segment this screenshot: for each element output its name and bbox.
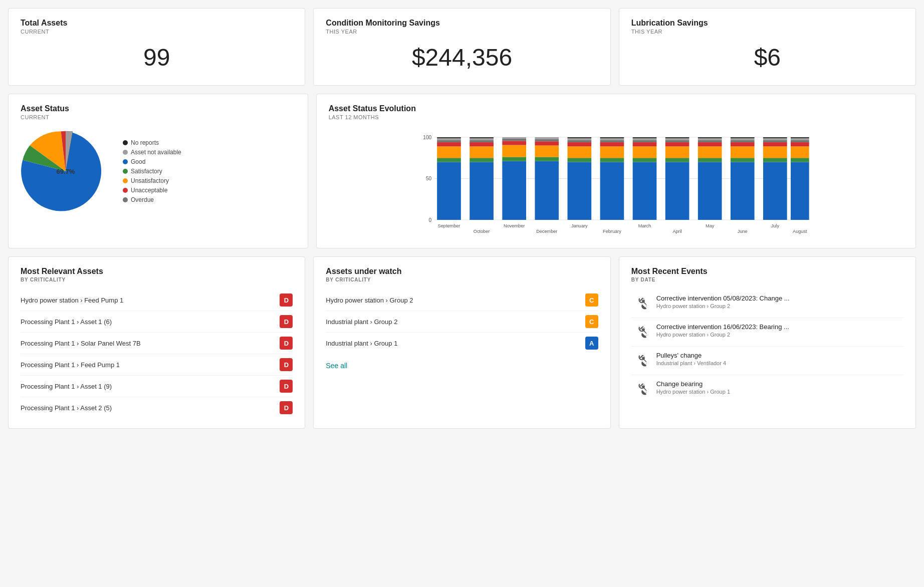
svg-rect-24 — [502, 145, 526, 157]
svg-rect-26 — [502, 139, 526, 141]
svg-text:June: June — [737, 229, 747, 234]
wrench-icon — [631, 380, 649, 398]
svg-rect-96 — [791, 140, 809, 143]
svg-rect-9 — [437, 142, 461, 146]
badge-a: A — [585, 337, 598, 350]
pie-chart: 69.7% — [21, 126, 111, 216]
badge-d: D — [280, 294, 293, 307]
asset-path: Processing Plant 1 › Asset 1 (9) — [21, 383, 112, 390]
lubrication-savings-subtitle: THIS YEAR — [631, 29, 903, 35]
list-item[interactable]: Processing Plant 1 › Solar Panel West 7B… — [21, 333, 293, 354]
event-item[interactable]: Corrective intervention 16/06/2023: Bear… — [631, 318, 903, 347]
dashboard: Total Assets CURRENT 99 Condition Monito… — [8, 8, 916, 429]
list-item[interactable]: Processing Plant 1 › Asset 1 (6) D — [21, 311, 293, 333]
svg-rect-52 — [632, 162, 656, 220]
svg-rect-82 — [731, 137, 755, 138]
svg-text:50: 50 — [426, 176, 432, 181]
svg-rect-25 — [502, 141, 526, 145]
svg-rect-53 — [632, 158, 656, 162]
kpi-row: Total Assets CURRENT 99 Condition Monito… — [8, 8, 916, 86]
asset-path: Industrial plant › Group 2 — [326, 318, 397, 326]
total-assets-value: 99 — [21, 44, 293, 71]
svg-rect-90 — [763, 137, 787, 138]
svg-rect-79 — [731, 142, 755, 146]
svg-rect-77 — [731, 158, 755, 162]
svg-text:February: February — [603, 229, 621, 234]
svg-rect-29 — [535, 161, 559, 220]
recent-events-card: Most Recent Events BY DATE Corrective in… — [619, 256, 916, 429]
svg-rect-70 — [698, 146, 722, 158]
event-sub: Hydro power station › Group 2 — [656, 303, 790, 309]
svg-rect-69 — [698, 158, 722, 162]
asset-path: Hydro power station › Group 2 — [326, 297, 413, 304]
svg-rect-81 — [731, 138, 755, 140]
badge-c: C — [585, 315, 598, 328]
svg-rect-7 — [437, 158, 461, 162]
asset-path: Processing Plant 1 › Feed Pump 1 — [21, 361, 120, 369]
svg-rect-15 — [470, 158, 494, 162]
legend-dot-unacceptable — [123, 188, 128, 193]
svg-rect-73 — [698, 138, 722, 140]
svg-text:October: October — [473, 229, 490, 234]
svg-rect-95 — [791, 142, 809, 146]
list-item[interactable]: Processing Plant 1 › Feed Pump 1 D — [21, 354, 293, 376]
badge-d: D — [280, 380, 293, 393]
event-item[interactable]: Change bearing Hydro power station › Gro… — [631, 375, 903, 403]
most-relevant-title: Most Relevant Assets — [21, 267, 293, 276]
svg-rect-41 — [567, 138, 591, 140]
asset-status-subtitle: CURRENT — [21, 114, 296, 120]
legend-item-satisfactory: Satisfactory — [123, 168, 181, 175]
legend-dot-satisfactory — [123, 169, 128, 174]
lubrication-savings-value: $6 — [631, 44, 903, 71]
svg-rect-22 — [502, 161, 526, 220]
list-item[interactable]: Processing Plant 1 › Asset 2 (5) D — [21, 397, 293, 418]
asset-path: Industrial plant › Group 1 — [326, 340, 397, 347]
svg-rect-47 — [600, 142, 624, 146]
legend-dot-unsatisfactory — [123, 178, 128, 183]
list-item[interactable]: Processing Plant 1 › Asset 1 (9) D — [21, 376, 293, 397]
svg-rect-48 — [600, 140, 624, 143]
svg-rect-6 — [437, 162, 461, 220]
see-all-link[interactable]: See all — [326, 362, 347, 370]
svg-text:July: July — [771, 223, 779, 228]
most-relevant-card: Most Relevant Assets BY CRITICALITY Hydr… — [8, 256, 305, 429]
list-item[interactable]: Industrial plant › Group 2 C — [326, 311, 598, 333]
svg-rect-16 — [470, 146, 494, 158]
legend-label-unsatisfactory: Unsatisfactory — [131, 177, 169, 184]
legend-label-no-reports: No reports — [131, 139, 159, 146]
asset-path: Hydro power station › Feed Pump 1 — [21, 297, 123, 304]
svg-rect-20 — [470, 137, 494, 138]
svg-rect-60 — [665, 162, 689, 220]
svg-rect-86 — [763, 146, 787, 158]
svg-text:November: November — [504, 223, 525, 228]
svg-rect-37 — [567, 158, 591, 162]
svg-rect-30 — [535, 157, 559, 161]
event-content: Corrective intervention 05/08/2023: Chan… — [656, 295, 790, 309]
badge-d: D — [280, 358, 293, 371]
event-content: Change bearing Hydro power station › Gro… — [656, 380, 730, 395]
svg-rect-72 — [698, 140, 722, 143]
asset-path: Processing Plant 1 › Asset 1 (6) — [21, 318, 112, 326]
list-item[interactable]: Industrial plant › Group 1 A — [326, 333, 598, 354]
event-item[interactable]: Pulleys' change Industrial plant › Venti… — [631, 347, 903, 375]
svg-rect-11 — [437, 138, 461, 140]
svg-rect-14 — [470, 162, 494, 220]
svg-rect-71 — [698, 142, 722, 146]
list-item[interactable]: Hydro power station › Group 2 C — [326, 289, 598, 311]
total-assets-card: Total Assets CURRENT 99 — [8, 8, 305, 86]
svg-text:April: April — [672, 229, 681, 234]
svg-rect-45 — [600, 158, 624, 162]
svg-rect-88 — [763, 140, 787, 143]
svg-text:100: 100 — [423, 135, 431, 140]
svg-rect-93 — [791, 158, 809, 162]
list-item[interactable]: Hydro power station › Feed Pump 1 D — [21, 289, 293, 311]
svg-rect-78 — [731, 146, 755, 158]
legend-item-unacceptable: Unacceptable — [123, 187, 181, 194]
svg-rect-55 — [632, 142, 656, 146]
badge-d: D — [280, 401, 293, 414]
assets-watch-card: Assets under watch BY CRITICALITY Hydro … — [313, 256, 610, 429]
event-item[interactable]: Corrective intervention 05/08/2023: Chan… — [631, 289, 903, 318]
legend-item-overdue: Overdue — [123, 196, 181, 203]
status-row: Asset Status CURRENT — [8, 94, 916, 248]
legend-dot-good — [123, 159, 128, 164]
